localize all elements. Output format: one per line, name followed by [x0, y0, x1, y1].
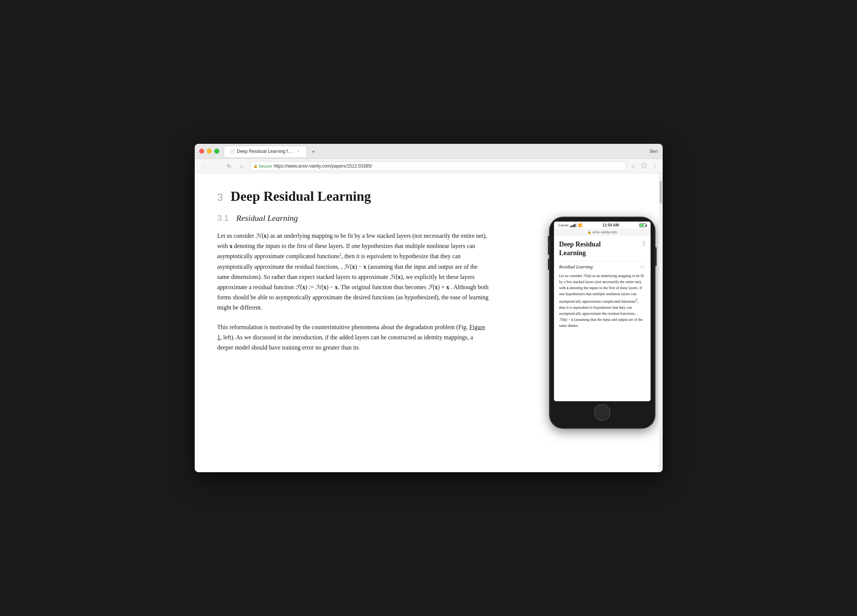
- signal-bar-5: [576, 223, 577, 227]
- math-x7: x: [323, 284, 326, 290]
- forward-button[interactable]: ›: [211, 161, 221, 171]
- phone-section-title: Deep ResidualLearning: [559, 240, 639, 258]
- math-hx3: ℋ: [316, 284, 322, 290]
- battery-tip: [646, 224, 647, 227]
- phone-container: Carrier 📶 11:54 AM: [542, 173, 663, 472]
- math-x4: x: [364, 263, 367, 270]
- math-h: ℋ: [255, 232, 261, 239]
- traffic-lights: [199, 149, 219, 154]
- bookmark-button[interactable]: ☆: [630, 162, 638, 170]
- menu-button[interactable]: ⋮: [651, 162, 659, 170]
- minimize-button[interactable]: [207, 149, 212, 154]
- browser-user: Ben: [650, 149, 658, 154]
- phone-url: arxiv-vanity.com: [592, 230, 617, 234]
- math-hx: ℋ: [344, 263, 350, 270]
- phone-mute-switch: [548, 236, 549, 243]
- math-x: x: [264, 232, 267, 239]
- math-x8: x: [335, 284, 338, 290]
- close-button[interactable]: [199, 149, 204, 154]
- active-tab[interactable]: 📄 Deep Residual Learning for Im… ×: [224, 146, 307, 157]
- phone-volume-down: [548, 258, 549, 270]
- page-content: 3 Deep Residual Learning 3.1 Residual Le…: [195, 173, 663, 472]
- phone-paragraph: Let us consider ℋ(x) as an underlying ma…: [559, 273, 645, 329]
- maximize-button[interactable]: [214, 149, 219, 154]
- phone-volume-up: [548, 243, 549, 255]
- signal-bar-1: [570, 226, 571, 227]
- lock-icon: 🔒: [253, 164, 258, 168]
- browser-window: 📄 Deep Residual Learning for Im… × + Ben…: [195, 144, 663, 472]
- paragraph-1: Let us consider ℋ(x) as an underlying ma…: [217, 231, 489, 313]
- math-x10: x: [446, 284, 449, 290]
- scrollbar[interactable]: [659, 173, 663, 472]
- phone-subsection-title: Residual Learning: [559, 264, 593, 270]
- math-fx2: ℱ: [428, 284, 433, 290]
- signal-bar-4: [574, 224, 575, 227]
- url-text[interactable]: https://www.arxiv-vanity.com/papers/1512…: [274, 163, 623, 169]
- phone-url-bar: 🔒 arxiv-vanity.com: [554, 229, 651, 235]
- paragraph-2: This reformulation is motivated by the c…: [217, 322, 489, 353]
- math-x2: x: [229, 243, 232, 249]
- section-heading: 3 Deep Residual Learning: [217, 188, 519, 204]
- phone-time: 11:54 AM: [602, 223, 619, 227]
- math-x5: x: [398, 274, 401, 280]
- tab-favicon: 📄: [229, 149, 235, 154]
- subsection-number: 3.1: [217, 213, 229, 223]
- math-x3: x: [352, 263, 355, 270]
- subsection-heading: 3.1 Residual Learning: [217, 213, 519, 223]
- nav-actions: ☆ ⓘ ⋮: [630, 162, 659, 170]
- subsection-title: Residual Learning: [236, 213, 298, 223]
- battery-fill: [640, 224, 644, 226]
- phone-status-bar: Carrier 📶 11:54 AM: [554, 221, 651, 229]
- back-button[interactable]: ‹: [198, 161, 208, 171]
- tab-area: 📄 Deep Residual Learning for Im… × +: [224, 146, 650, 157]
- new-tab-button[interactable]: +: [308, 147, 319, 157]
- phone-carrier: Carrier 📶: [558, 223, 583, 227]
- address-bar[interactable]: 🔒 Secure https://www.arxiv-vanity.com/pa…: [250, 161, 627, 171]
- tab-title: Deep Residual Learning for Im…: [237, 149, 294, 154]
- signal-icon: [570, 223, 577, 227]
- scrollbar-thumb[interactable]: [660, 181, 662, 203]
- phone-subsection-num: 3.1: [640, 264, 645, 270]
- phone-home-button[interactable]: [594, 404, 611, 421]
- math-hx2: ℋ: [390, 274, 396, 280]
- phone-section-row: Deep ResidualLearning 3: [559, 240, 645, 258]
- secure-badge: 🔒 Secure: [253, 164, 272, 168]
- phone-content: Deep ResidualLearning 3 Residual Learnin…: [554, 235, 651, 401]
- math-x9: x: [435, 284, 438, 290]
- secure-label: Secure: [259, 164, 272, 168]
- refresh-button[interactable]: ↻: [224, 161, 234, 171]
- article-area: 3 Deep Residual Learning 3.1 Residual Le…: [195, 173, 542, 472]
- tab-close-button[interactable]: ×: [296, 149, 301, 154]
- phone-mockup: Carrier 📶 11:54 AM: [549, 217, 655, 429]
- phone-lock-icon: 🔒: [587, 230, 591, 234]
- info-button[interactable]: ⓘ: [640, 162, 648, 170]
- battery-icon: [639, 223, 646, 227]
- phone-subsection-row: Residual Learning 3.1: [559, 264, 645, 270]
- math-x6: x: [302, 284, 305, 290]
- phone-power-button: [655, 247, 657, 266]
- phone-section-num: 3: [642, 240, 645, 248]
- title-bar: 📄 Deep Residual Learning for Im… × + Ben: [195, 144, 663, 159]
- phone-battery: [639, 223, 646, 227]
- math-fx: ℱ: [295, 284, 300, 290]
- section-title: Deep Residual Learning: [230, 188, 371, 204]
- phone-screen: Carrier 📶 11:54 AM: [554, 221, 651, 401]
- signal-bar-2: [571, 225, 572, 227]
- signal-bar-3: [573, 224, 574, 227]
- section-number: 3: [217, 191, 223, 203]
- wifi-icon: 📶: [578, 223, 582, 227]
- nav-bar: ‹ › ↻ ⌂ 🔒 Secure https://www.arxiv-vanit…: [195, 159, 663, 173]
- carrier-label: Carrier: [558, 223, 569, 227]
- home-button[interactable]: ⌂: [237, 161, 247, 171]
- phone-divider: [559, 261, 645, 261]
- figure-1-link[interactable]: Figure 1: [217, 324, 485, 341]
